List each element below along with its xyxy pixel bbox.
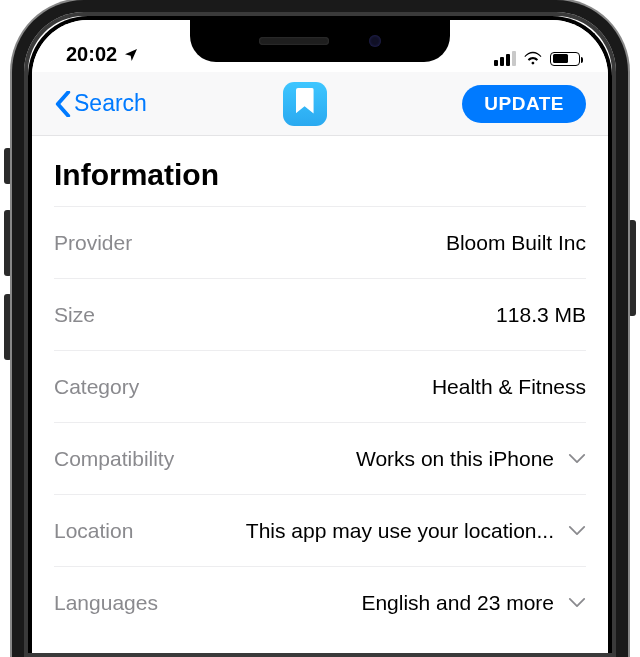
row-value: English and 23 more (361, 591, 554, 615)
row-label: Compatibility (54, 447, 174, 471)
update-button[interactable]: UPDATE (462, 85, 586, 123)
clock: 20:02 (66, 43, 117, 66)
row-value: 118.3 MB (496, 303, 586, 327)
chevron-left-icon (54, 91, 72, 117)
row-size[interactable]: Size 118.3 MB (54, 278, 586, 350)
row-label: Size (54, 303, 95, 327)
section-heading: Information (54, 136, 586, 206)
volume-down-button (4, 294, 12, 360)
phone-frame: 20:02 Search (12, 0, 628, 657)
app-information-section: Information Provider Bloom Built Inc Siz… (32, 136, 608, 653)
row-value: Bloom Built Inc (446, 231, 586, 255)
chevron-down-icon (568, 525, 586, 536)
app-icon[interactable] (283, 82, 327, 126)
row-label: Languages (54, 591, 158, 615)
bookmark-icon (296, 88, 314, 114)
row-location[interactable]: Location This app may use your location.… (54, 494, 586, 566)
battery-icon (550, 52, 580, 66)
earpiece-speaker (259, 37, 329, 45)
back-button[interactable]: Search (54, 90, 147, 117)
silent-switch (4, 148, 12, 184)
row-label: Provider (54, 231, 132, 255)
row-provider[interactable]: Provider Bloom Built Inc (54, 206, 586, 278)
chevron-down-icon (568, 453, 586, 464)
side-button (628, 220, 636, 316)
wifi-icon (523, 51, 543, 66)
back-label: Search (74, 90, 147, 117)
front-camera (369, 35, 381, 47)
navigation-bar: Search UPDATE (32, 72, 608, 136)
row-label: Location (54, 519, 133, 543)
row-value: Health & Fitness (432, 375, 586, 399)
row-category[interactable]: Category Health & Fitness (54, 350, 586, 422)
location-icon (123, 47, 139, 63)
notch (190, 20, 450, 62)
row-value: Works on this iPhone (356, 447, 554, 471)
cellular-signal-icon (494, 51, 516, 66)
row-value: This app may use your location... (246, 519, 554, 543)
volume-up-button (4, 210, 12, 276)
row-label: Category (54, 375, 139, 399)
row-languages[interactable]: Languages English and 23 more (54, 566, 586, 638)
row-compatibility[interactable]: Compatibility Works on this iPhone (54, 422, 586, 494)
chevron-down-icon (568, 597, 586, 608)
